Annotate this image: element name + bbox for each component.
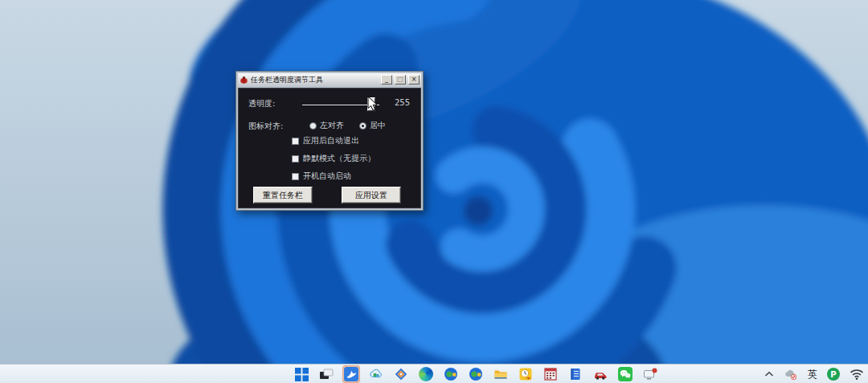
wechat-icon: [618, 367, 633, 381]
radio-align-left[interactable]: 左对齐: [309, 120, 344, 131]
reset-taskbar-button[interactable]: 重置任务栏: [253, 187, 313, 204]
radio-align-center-label: 居中: [370, 120, 386, 131]
checkbox-auto-exit[interactable]: 应用后自动退出: [292, 135, 359, 146]
wallpaper-bloom: [0, 0, 868, 383]
taskbar-icon-remote-monitor[interactable]: [641, 365, 659, 383]
blue-globe-icon: [444, 367, 458, 381]
radio-circle-center[interactable]: [359, 122, 366, 130]
taskbar-icon-blue-globe-1[interactable]: [442, 365, 460, 383]
taskbar-icon-knot-app[interactable]: [392, 365, 410, 383]
desktop: 任务栏透明度调节工具 _ □ × 透明度: 255 图标对齐: 左对齐 居中 应…: [0, 0, 868, 383]
system-tray: 英 P: [764, 364, 864, 383]
taskbar-icon-car-app[interactable]: [592, 365, 609, 383]
taskbar-icon-calendar[interactable]: [542, 365, 559, 383]
cloud-drive-icon: [369, 367, 383, 381]
clock-player-icon: [518, 367, 533, 381]
blue-bird-icon: [344, 367, 358, 381]
transparency-tool-window: 任务栏透明度调节工具 _ □ × 透明度: 255 图标对齐: 左对齐 居中 应…: [235, 71, 424, 211]
cloud-error-icon: [784, 367, 798, 381]
close-button[interactable]: ×: [408, 75, 420, 84]
taskbar-icon-folder[interactable]: [492, 365, 510, 383]
taskbar-icon-blue-globe-2[interactable]: [467, 365, 485, 383]
transparency-value: 255: [395, 98, 410, 107]
taskbar-icon-wechat[interactable]: [616, 365, 634, 383]
wifi-icon: [850, 369, 864, 381]
taskbar-icon-cloud-drive[interactable]: [367, 365, 385, 383]
radio-align-center[interactable]: 居中: [359, 120, 386, 131]
window-title: 任务栏透明度调节工具: [251, 75, 379, 85]
checkbox-autostart-box[interactable]: [292, 173, 299, 180]
edge-browser-icon: [419, 367, 433, 381]
checkbox-auto-exit-label: 应用后自动退出: [303, 135, 359, 146]
monitor-balloon-icon: [643, 367, 657, 381]
checkbox-silent-mode-box[interactable]: [292, 155, 299, 163]
checkbox-autostart[interactable]: 开机自动启动: [292, 171, 351, 182]
chevron-up-icon: [764, 371, 774, 377]
checkbox-autostart-label: 开机自动启动: [303, 171, 351, 182]
radio-circle-left[interactable]: [309, 122, 317, 130]
blue-globe-icon: [469, 367, 483, 381]
windows-logo-icon: [295, 368, 309, 381]
hidden-icons-button[interactable]: [764, 371, 774, 377]
cloud-sync-error-button[interactable]: [784, 367, 798, 381]
knot-icon: [394, 367, 408, 381]
taskbar: 英 P: [0, 364, 868, 383]
taskbar-icon-notebook[interactable]: [567, 365, 584, 383]
red-car-icon: [593, 367, 608, 381]
folder-icon: [493, 367, 508, 381]
taskbar-icon-edge[interactable]: [417, 365, 435, 383]
mouse-cursor: [367, 96, 379, 112]
maximize-button[interactable]: □: [395, 75, 406, 84]
taskbar-icon-media-player[interactable]: [517, 365, 534, 383]
window-content: 透明度: 255 图标对齐: 左对齐 居中 应用后自动退出 静默模式（无提示）: [238, 88, 421, 208]
ime-language-button[interactable]: 英: [808, 368, 817, 381]
green-p-badge-button[interactable]: P: [827, 368, 840, 381]
p-badge-icon: P: [827, 368, 840, 381]
start-button[interactable]: [293, 365, 310, 383]
taskbar-icons: [293, 364, 659, 383]
icon-align-label: 图标对齐:: [248, 121, 283, 132]
system-window-icon: [319, 367, 334, 381]
checkbox-silent-mode[interactable]: 静默模式（无提示）: [292, 153, 375, 164]
wifi-button[interactable]: [850, 369, 864, 381]
radio-align-left-label: 左对齐: [320, 120, 344, 131]
apply-settings-button[interactable]: 应用设置: [342, 187, 401, 204]
taskbar-icon-transparency-tool[interactable]: [342, 365, 360, 383]
transparency-label: 透明度:: [248, 98, 275, 109]
checkbox-silent-mode-label: 静默模式（无提示）: [303, 153, 375, 164]
taskbar-icon-system-window[interactable]: [317, 365, 335, 383]
calendar-icon: [543, 367, 558, 381]
app-ladybug-icon: [240, 76, 248, 84]
checkbox-auto-exit-box[interactable]: [292, 138, 299, 145]
minimize-button[interactable]: _: [381, 75, 392, 84]
window-titlebar[interactable]: 任务栏透明度调节工具 _ □ ×: [238, 73, 421, 86]
notebook-icon: [568, 367, 583, 381]
